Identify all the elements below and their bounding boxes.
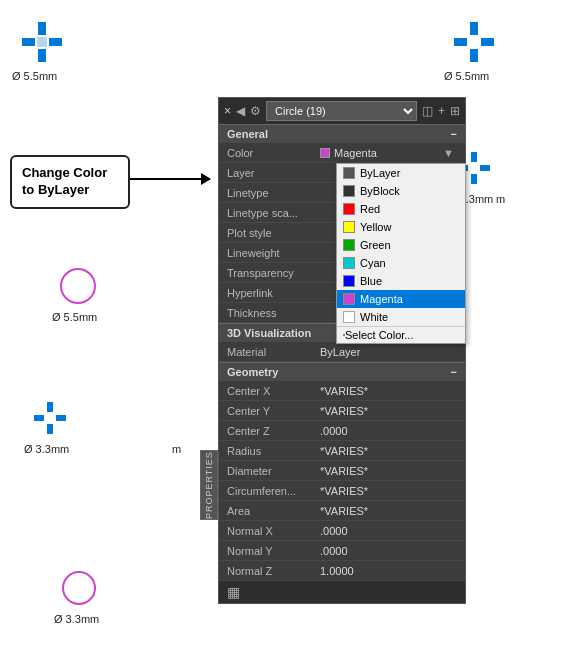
color-value-text: Magenta [334, 147, 377, 159]
row-color[interactable]: Color Magenta ▼ [219, 143, 465, 163]
value-circumference[interactable]: *VARIES* [317, 484, 457, 498]
label-ml: Ø 5.5mm [52, 311, 97, 323]
section-geometry[interactable]: Geometry − [219, 362, 465, 381]
label-br: Ø 3.3mm [54, 613, 99, 625]
row-diameter[interactable]: Diameter *VARIES* [219, 461, 465, 481]
label-area: Area [227, 505, 317, 517]
option-label-magenta: Magenta [360, 293, 403, 305]
quick-select-icon: ⊞ [450, 104, 460, 118]
value-center-y[interactable]: *VARIES* [317, 404, 457, 418]
swatch-white [343, 311, 355, 323]
value-center-x[interactable]: *VARIES* [317, 384, 457, 398]
cross-icon-bl [32, 400, 68, 436]
callout-text: Change Colorto ByLayer [22, 165, 107, 197]
label-lineweight: Lineweight [227, 247, 317, 259]
label-center-y: Center Y [227, 405, 317, 417]
section-general-label: General [227, 128, 268, 140]
color-dropdown-menu[interactable]: ByLayer ByBlock Red Yellow Green Cyan Bl… [336, 163, 466, 344]
circle-selector[interactable]: Circle (19) [266, 101, 417, 121]
label-linetype: Linetype [227, 187, 317, 199]
row-center-y[interactable]: Center Y *VARIES* [219, 401, 465, 421]
label-normal-x: Normal X [227, 525, 317, 537]
row-material[interactable]: Material ByLayer [219, 342, 465, 362]
color-option-cyan[interactable]: Cyan [337, 254, 465, 272]
label-center-z: Center Z [227, 425, 317, 437]
label-diameter: Diameter [227, 465, 317, 477]
label-bl: Ø 3.3mm [24, 443, 69, 455]
option-label-green: Green [360, 239, 391, 251]
cross-icon-tl [20, 20, 64, 64]
add-icon: + [438, 104, 445, 118]
option-label-yellow: Yellow [360, 221, 391, 233]
swatch-blue [343, 275, 355, 287]
color-option-yellow[interactable]: Yellow [337, 218, 465, 236]
value-normal-y[interactable]: .0000 [317, 544, 457, 558]
option-label-byblock: ByBlock [360, 185, 400, 197]
value-area[interactable]: *VARIES* [317, 504, 457, 518]
color-option-green[interactable]: Green [337, 236, 465, 254]
label-circumference: Circumferen... [227, 485, 317, 497]
svg-rect-6 [467, 35, 481, 49]
section-3d-label: 3D Visualization [227, 327, 311, 339]
section-geometry-collapse[interactable]: − [451, 366, 457, 378]
row-normal-z[interactable]: Normal Z 1.0000 [219, 561, 465, 581]
label-tr: Ø 5.5mm [444, 70, 489, 82]
section-general[interactable]: General − [219, 124, 465, 143]
circle-icon-ml [60, 268, 96, 304]
color-option-bylayer[interactable]: ByLayer [337, 164, 465, 182]
settings-icon: ⚙ [250, 104, 261, 118]
option-label-red: Red [360, 203, 380, 215]
value-diameter[interactable]: *VARIES* [317, 464, 457, 478]
label-color: Color [227, 147, 317, 159]
section-geometry-label: Geometry [227, 366, 278, 378]
panel-close-button[interactable]: × [224, 104, 231, 118]
color-option-magenta[interactable]: Magenta [337, 290, 465, 308]
label-thickness: Thickness [227, 307, 317, 319]
label-m1: m [496, 193, 505, 205]
color-swatch-magenta [320, 148, 330, 158]
row-center-z[interactable]: Center Z .0000 [219, 421, 465, 441]
option-label-cyan: Cyan [360, 257, 386, 269]
callout-arrow [130, 178, 210, 180]
select-color-option[interactable]: Select Color... [337, 326, 465, 343]
section-general-collapse[interactable]: − [451, 128, 457, 140]
panel-bottom-icon: ▦ [227, 584, 240, 600]
callout-box: Change Colorto ByLayer [10, 155, 130, 209]
label-hyperlink: Hyperlink [227, 287, 317, 299]
pin-icon: ◀ [236, 104, 245, 118]
svg-rect-12 [44, 412, 56, 424]
color-option-red[interactable]: Red [337, 200, 465, 218]
row-center-x[interactable]: Center X *VARIES* [219, 381, 465, 401]
label-plot-style: Plot style [227, 227, 317, 239]
swatch-byblock [343, 185, 355, 197]
value-radius[interactable]: *VARIES* [317, 444, 457, 458]
row-area[interactable]: Area *VARIES* [219, 501, 465, 521]
swatch-red [343, 203, 355, 215]
label-material: Material [227, 346, 317, 358]
label-tl: Ø 5.5mm [12, 70, 57, 82]
value-normal-z[interactable]: 1.0000 [317, 564, 457, 578]
option-label-bylayer: ByLayer [360, 167, 400, 179]
value-material[interactable]: ByLayer [317, 345, 457, 359]
option-label-white: White [360, 311, 388, 323]
row-normal-x[interactable]: Normal X .0000 [219, 521, 465, 541]
properties-icon: ◫ [422, 104, 433, 118]
row-radius[interactable]: Radius *VARIES* [219, 441, 465, 461]
color-option-white[interactable]: White [337, 308, 465, 326]
label-transparency: Transparency [227, 267, 317, 279]
circle-icon-br [62, 571, 96, 605]
panel-titlebar: × ◀ ⚙ Circle (19) ◫ + ⊞ [219, 98, 465, 124]
color-option-byblock[interactable]: ByBlock [337, 182, 465, 200]
label-m2: m [172, 443, 181, 455]
option-label-blue: Blue [360, 275, 382, 287]
value-center-z[interactable]: .0000 [317, 424, 457, 438]
swatch-green [343, 239, 355, 251]
label-linetype-scale: Linetype sca... [227, 207, 317, 219]
swatch-magenta [343, 293, 355, 305]
value-normal-x[interactable]: .0000 [317, 524, 457, 538]
color-option-blue[interactable]: Blue [337, 272, 465, 290]
row-circumference[interactable]: Circumferen... *VARIES* [219, 481, 465, 501]
value-color[interactable]: Magenta ▼ [317, 146, 457, 160]
row-normal-y[interactable]: Normal Y .0000 [219, 541, 465, 561]
label-radius: Radius [227, 445, 317, 457]
